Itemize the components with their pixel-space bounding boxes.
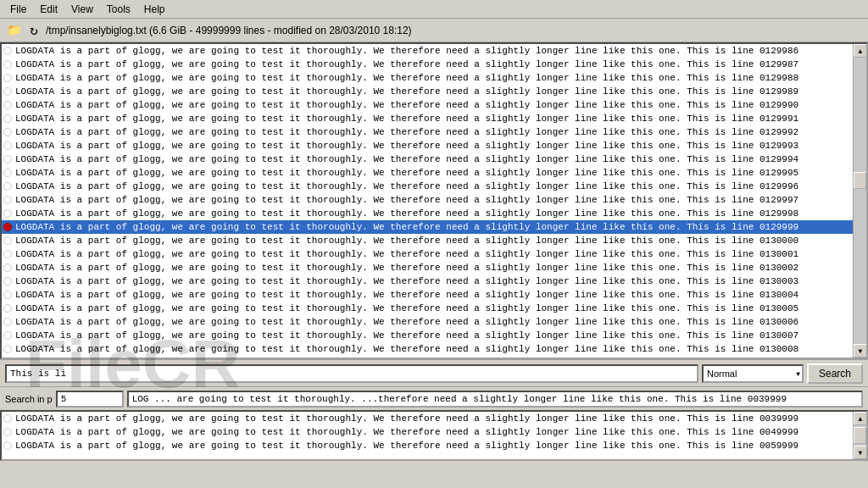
log-line-text: LOGDATA is a part of glogg, we are going…: [15, 303, 798, 313]
log-view: LOGDATA is a part of glogg, we are going…: [0, 42, 868, 359]
log-line-text: LOGDATA is a part of glogg, we are going…: [15, 236, 798, 246]
table-row[interactable]: LOGDATA is a part of glogg, we are going…: [2, 139, 853, 152]
menu-edit[interactable]: Edit: [33, 2, 64, 17]
log-line-text: LOGDATA is a part of glogg, we are going…: [15, 127, 798, 137]
search-button[interactable]: Search: [807, 363, 863, 384]
log-line-text: LOGDATA is a part of glogg, we are going…: [15, 46, 798, 56]
table-row[interactable]: LOGDATA is a part of glogg, we are going…: [2, 85, 853, 98]
menu-help[interactable]: Help: [137, 2, 172, 17]
table-row[interactable]: LOGDATA is a part of glogg, we are going…: [2, 112, 853, 125]
menu-tools[interactable]: Tools: [100, 2, 137, 17]
log-line-text: LOGDATA is a part of glogg, we are going…: [15, 141, 798, 151]
table-row[interactable]: LOGDATA is a part of glogg, we are going…: [2, 58, 853, 71]
table-row[interactable]: LOGDATA is a part of glogg, we are going…: [2, 44, 853, 58]
table-row[interactable]: LOGDATA is a part of glogg, we are going…: [2, 439, 853, 452]
bottom-log-view: LOGDATA is a part of glogg, we are going…: [0, 410, 868, 461]
bottom-scroll-thumb[interactable]: [854, 427, 866, 444]
table-row[interactable]: LOGDATA is a part of glogg, we are going…: [2, 342, 853, 356]
log-line-text: LOGDATA is a part of glogg, we are going…: [15, 222, 798, 232]
menu-file[interactable]: File: [3, 2, 33, 17]
search-type-wrapper: NormalRegexFixed string: [702, 364, 804, 383]
table-row[interactable]: LOGDATA is a part of glogg, we are going…: [2, 425, 853, 439]
bottom-scroll-up-btn[interactable]: ▲: [854, 412, 867, 425]
bottom-scroll-track[interactable]: [854, 425, 866, 446]
table-row[interactable]: LOGDATA is a part of glogg, we are going…: [2, 220, 853, 234]
log-line-text: LOGDATA is a part of glogg, we are going…: [15, 73, 798, 83]
log-line-text: LOGDATA is a part of glogg, we are going…: [15, 249, 798, 259]
folder-icon[interactable]: 📁: [5, 22, 22, 39]
search-bar: NormalRegexFixed string Search: [0, 359, 868, 386]
table-row[interactable]: LOGDATA is a part of glogg, we are going…: [2, 261, 853, 274]
log-line-text: LOGDATA is a part of glogg, we are going…: [15, 154, 798, 164]
search-type-dropdown[interactable]: NormalRegexFixed string: [702, 364, 804, 383]
bottom-log-lines: LOGDATA is a part of glogg, we are going…: [2, 412, 853, 459]
bottom-log-display: LOG ... are going to test it thoroughly.…: [127, 391, 863, 408]
table-row[interactable]: LOGDATA is a part of glogg, we are going…: [2, 193, 853, 207]
log-line-text: LOGDATA is a part of glogg, we are going…: [15, 441, 798, 451]
log-line-text: LOGDATA is a part of glogg, we are going…: [15, 290, 798, 300]
scroll-up-btn[interactable]: ▲: [854, 44, 867, 58]
table-row[interactable]: LOGDATA is a part of glogg, we are going…: [2, 166, 853, 180]
table-row[interactable]: LOGDATA is a part of glogg, we are going…: [2, 302, 853, 315]
log-line-text: LOGDATA is a part of glogg, we are going…: [15, 317, 798, 327]
log-line-text: LOGDATA is a part of glogg, we are going…: [15, 276, 798, 286]
log-line-text: LOGDATA is a part of glogg, we are going…: [15, 427, 798, 437]
table-row[interactable]: LOGDATA is a part of glogg, we are going…: [2, 356, 853, 358]
table-row[interactable]: LOGDATA is a part of glogg, we are going…: [2, 207, 853, 220]
menubar: File Edit View Tools Help: [0, 0, 868, 19]
menu-view[interactable]: View: [64, 2, 100, 17]
log-scrollbar[interactable]: ▲ ▼: [853, 44, 866, 358]
log-line-text: LOGDATA is a part of glogg, we are going…: [15, 344, 798, 354]
bottom-search-input[interactable]: [56, 391, 124, 408]
main-content: FileCR LOGDATA is a part of glogg, we ar…: [0, 42, 868, 488]
toolbar: 📁 ↻ /tmp/insanelybiglog.txt (6.6 GiB - 4…: [0, 19, 868, 42]
bottom-section: Search in p LOG ... are going to test it…: [0, 386, 868, 488]
log-line-text: LOGDATA is a part of glogg, we are going…: [15, 168, 798, 178]
log-line-text: LOGDATA is a part of glogg, we are going…: [15, 86, 798, 97]
log-line-text: LOGDATA is a part of glogg, we are going…: [15, 181, 798, 191]
log-line-text: LOGDATA is a part of glogg, we are going…: [15, 114, 798, 124]
log-line-text: LOGDATA is a part of glogg, we are going…: [15, 195, 798, 205]
bottom-search-label: Search in p: [5, 394, 53, 404]
table-row[interactable]: LOGDATA is a part of glogg, we are going…: [2, 234, 853, 247]
log-line-text: LOGDATA is a part of glogg, we are going…: [15, 208, 798, 219]
bottom-scroll-down-btn[interactable]: ▼: [854, 446, 867, 459]
table-row[interactable]: LOGDATA is a part of glogg, we are going…: [2, 315, 853, 329]
table-row[interactable]: LOGDATA is a part of glogg, we are going…: [2, 288, 853, 302]
scroll-down-btn[interactable]: ▼: [854, 344, 867, 358]
table-row[interactable]: LOGDATA is a part of glogg, we are going…: [2, 98, 853, 112]
log-line-text: LOGDATA is a part of glogg, we are going…: [15, 413, 798, 424]
table-row[interactable]: LOGDATA is a part of glogg, we are going…: [2, 412, 853, 425]
scroll-track[interactable]: [854, 58, 866, 344]
table-row[interactable]: LOGDATA is a part of glogg, we are going…: [2, 247, 853, 261]
log-line-text: LOGDATA is a part of glogg, we are going…: [15, 263, 798, 273]
log-line-text: LOGDATA is a part of glogg, we are going…: [15, 59, 798, 69]
table-row[interactable]: LOGDATA is a part of glogg, we are going…: [2, 152, 853, 166]
refresh-icon[interactable]: ↻: [25, 22, 42, 39]
table-row[interactable]: LOGDATA is a part of glogg, we are going…: [2, 180, 853, 193]
log-lines: LOGDATA is a part of glogg, we are going…: [2, 44, 853, 358]
log-line-text: LOGDATA is a part of glogg, we are going…: [15, 100, 798, 110]
bottom-search-controls: Search in p LOG ... are going to test it…: [0, 386, 868, 410]
table-row[interactable]: LOGDATA is a part of glogg, we are going…: [2, 329, 853, 342]
log-line-text: LOGDATA is a part of glogg, we are going…: [15, 330, 798, 341]
table-row[interactable]: LOGDATA is a part of glogg, we are going…: [2, 274, 853, 288]
table-row[interactable]: LOGDATA is a part of glogg, we are going…: [2, 71, 853, 85]
search-input[interactable]: [5, 364, 698, 383]
scroll-thumb[interactable]: [854, 172, 866, 189]
bottom-scrollbar[interactable]: ▲ ▼: [853, 412, 866, 459]
table-row[interactable]: LOGDATA is a part of glogg, we are going…: [2, 125, 853, 139]
file-path: /tmp/insanelybiglog.txt (6.6 GiB - 49999…: [46, 25, 412, 36]
